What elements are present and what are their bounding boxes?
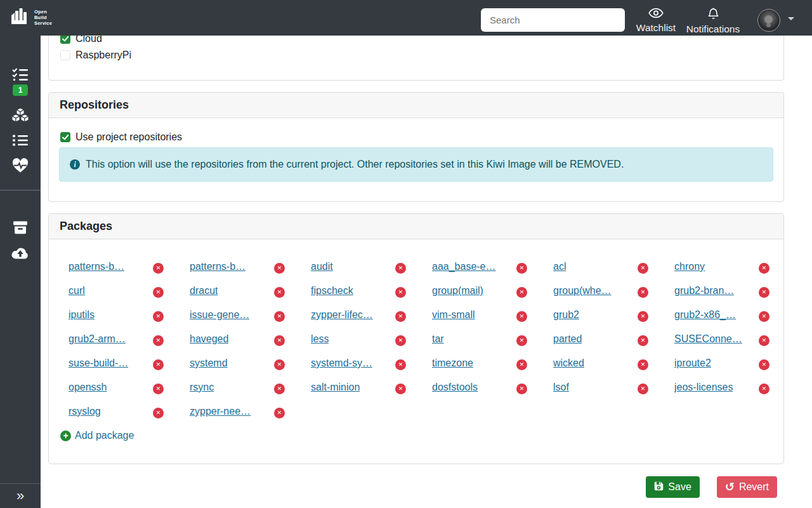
package-link[interactable]: zypper-lifec… <box>311 309 373 321</box>
delete-package-icon[interactable]: ✕ <box>516 359 527 370</box>
package-item: audit✕ <box>311 256 432 280</box>
delete-package-icon[interactable]: ✕ <box>516 311 527 322</box>
health-monitor-icon[interactable] <box>11 158 29 173</box>
delete-package-icon[interactable]: ✕ <box>395 384 406 394</box>
package-link[interactable]: curl <box>69 285 85 297</box>
delete-package-icon[interactable]: ✕ <box>274 408 285 418</box>
package-link[interactable]: tar <box>432 333 444 345</box>
circle-plus-icon[interactable]: + <box>60 431 71 441</box>
package-link[interactable]: group(whe… <box>553 285 612 297</box>
delete-package-icon[interactable]: ✕ <box>274 263 285 274</box>
delete-package-icon[interactable]: ✕ <box>638 384 648 394</box>
delete-package-icon[interactable]: ✕ <box>395 359 406 370</box>
delete-package-icon[interactable]: ✕ <box>516 384 527 394</box>
tasks-checklist-icon[interactable] <box>11 67 29 82</box>
delete-package-icon[interactable]: ✕ <box>153 359 164 370</box>
delete-package-icon[interactable]: ✕ <box>638 287 648 298</box>
package-link[interactable]: issue-gene… <box>190 309 249 321</box>
delete-package-icon[interactable]: ✕ <box>395 335 406 346</box>
delete-package-icon[interactable]: ✕ <box>395 287 406 298</box>
package-link[interactable]: parted <box>553 333 582 345</box>
package-link[interactable]: fipscheck <box>311 285 353 297</box>
delete-package-icon[interactable]: ✕ <box>153 287 164 298</box>
package-link[interactable]: lsof <box>553 382 569 393</box>
package-link[interactable]: patterns-b… <box>190 261 246 272</box>
delete-package-icon[interactable]: ✕ <box>638 311 648 322</box>
package-link[interactable]: SUSEConne… <box>674 333 742 345</box>
delete-package-icon[interactable]: ✕ <box>274 335 285 346</box>
package-link[interactable]: timezone <box>432 358 473 369</box>
package-link[interactable]: group(mail) <box>432 285 483 297</box>
notifications-button[interactable]: Notifications <box>681 8 745 34</box>
delete-package-icon[interactable]: ✕ <box>153 311 164 322</box>
delete-package-icon[interactable]: ✕ <box>759 287 769 298</box>
package-link[interactable]: zypper-nee… <box>190 406 251 417</box>
package-link[interactable]: suse-build-… <box>69 358 128 369</box>
package-link[interactable]: dracut <box>190 285 218 297</box>
delete-package-icon[interactable]: ✕ <box>516 335 527 346</box>
package-link[interactable]: vim-small <box>432 309 475 321</box>
package-link[interactable]: grub2-bran… <box>674 285 734 297</box>
package-link[interactable]: grub2-x86_… <box>674 309 736 321</box>
delete-package-icon[interactable]: ✕ <box>274 311 285 322</box>
delete-package-icon[interactable]: ✕ <box>759 335 769 346</box>
package-link[interactable]: audit <box>311 261 333 272</box>
main-content: CloudRaspberryPi Repositories Use projec… <box>41 0 812 508</box>
package-link[interactable]: acl <box>553 261 566 272</box>
delete-package-icon[interactable]: ✕ <box>516 287 527 298</box>
packages-cubes-icon[interactable] <box>11 107 29 123</box>
package-link[interactable]: less <box>311 333 329 345</box>
caret-down-icon[interactable] <box>788 17 794 20</box>
package-link[interactable]: iputils <box>69 309 95 321</box>
package-link[interactable]: salt-minion <box>311 382 360 393</box>
delete-package-icon[interactable]: ✕ <box>759 359 769 370</box>
save-button[interactable]: Save <box>646 476 699 498</box>
delete-package-icon[interactable]: ✕ <box>759 384 769 394</box>
delete-package-icon[interactable]: ✕ <box>153 263 164 274</box>
delete-package-icon[interactable]: ✕ <box>153 384 164 394</box>
delete-package-icon[interactable]: ✕ <box>274 287 285 298</box>
package-link[interactable]: rsync <box>190 382 214 393</box>
delete-package-icon[interactable]: ✕ <box>395 263 406 274</box>
use-project-repositories-row: Use project repositories <box>49 129 783 145</box>
delete-package-icon[interactable]: ✕ <box>638 335 648 346</box>
list-icon[interactable] <box>11 133 29 148</box>
archive-icon[interactable] <box>11 220 29 235</box>
add-package-link[interactable]: Add package <box>75 430 134 441</box>
package-link[interactable]: wicked <box>553 358 584 369</box>
obs-logo[interactable]: Open Build Service <box>9 5 52 29</box>
delete-package-icon[interactable]: ✕ <box>759 263 769 274</box>
use-project-repositories-checkbox[interactable] <box>60 132 70 142</box>
package-link[interactable]: haveged <box>190 333 228 345</box>
delete-package-icon[interactable]: ✕ <box>759 311 769 322</box>
watchlist-button[interactable]: Watchlist <box>636 8 676 33</box>
package-link[interactable]: aaa_base-e… <box>432 261 496 272</box>
delete-package-icon[interactable]: ✕ <box>638 359 648 370</box>
hardware-option-checkbox[interactable] <box>60 50 70 60</box>
delete-package-icon[interactable]: ✕ <box>395 311 406 322</box>
package-link-box: dracut <box>190 285 274 299</box>
package-link[interactable]: systemd-sy… <box>311 358 372 369</box>
package-link[interactable]: rsyslog <box>69 406 101 417</box>
cloud-upload-icon[interactable] <box>11 245 29 260</box>
package-link[interactable]: patterns-b… <box>69 261 124 272</box>
user-avatar[interactable] <box>757 9 780 32</box>
delete-package-icon[interactable]: ✕ <box>274 384 285 394</box>
package-link[interactable]: openssh <box>69 382 107 393</box>
delete-package-icon[interactable]: ✕ <box>638 263 648 274</box>
package-link[interactable]: grub2-arm… <box>69 333 126 345</box>
revert-button[interactable]: ↺ Revert <box>717 476 777 498</box>
packages-grid: patterns-b…✕patterns-b…✕audit✕aaa_base-e… <box>69 256 797 425</box>
sidebar-expand-button[interactable]: » <box>0 483 41 508</box>
delete-package-icon[interactable]: ✕ <box>153 408 164 418</box>
package-link[interactable]: iproute2 <box>674 358 711 369</box>
delete-package-icon[interactable]: ✕ <box>516 263 527 274</box>
package-link[interactable]: jeos-licenses <box>674 382 733 393</box>
delete-package-icon[interactable]: ✕ <box>274 359 285 370</box>
package-link[interactable]: chrony <box>674 261 705 272</box>
package-link[interactable]: systemd <box>190 358 228 369</box>
delete-package-icon[interactable]: ✕ <box>153 335 164 346</box>
package-link[interactable]: dosfstools <box>432 382 478 393</box>
package-link[interactable]: grub2 <box>553 309 579 321</box>
search-input[interactable] <box>481 8 625 32</box>
